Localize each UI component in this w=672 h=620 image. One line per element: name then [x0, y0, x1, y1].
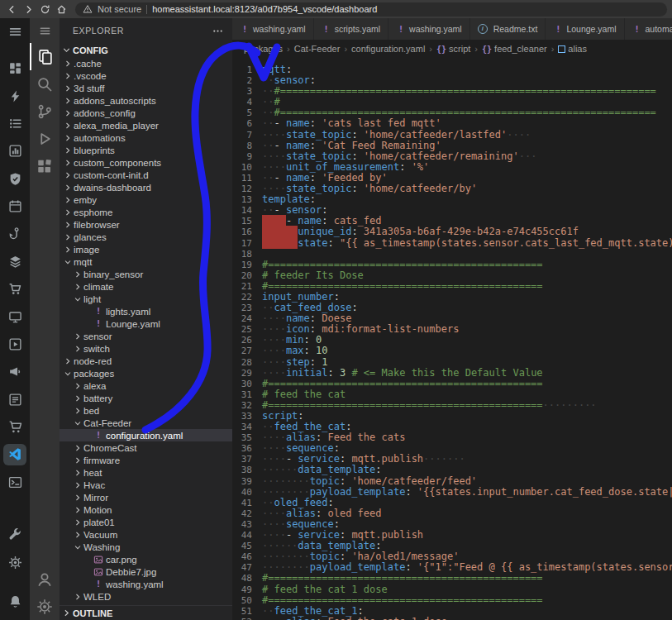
ha-sidebar-item-chart-box[interactable] — [4, 143, 26, 160]
tree-item-dwains-dashboard[interactable]: dwains-dashboard — [60, 181, 232, 193]
tab-washing.yaml[interactable]: !washing.yaml — [388, 18, 470, 40]
ha-sidebar-item-store-cart[interactable] — [4, 281, 26, 298]
home-button[interactable] — [55, 2, 69, 17]
tree-item-Vacuum[interactable]: Vacuum — [60, 528, 232, 541]
tree-item-node-red[interactable]: node-red — [60, 355, 232, 367]
tree-item-car.png[interactable]: car.png — [60, 553, 232, 565]
breadcrumb-item-Cat-Feeder[interactable]: Cat-Feeder — [294, 44, 341, 54]
config-section-header[interactable]: CONFIG — [60, 43, 232, 57]
tree-item-.vscode[interactable]: .vscode — [60, 69, 232, 82]
tree-item-Hvac[interactable]: Hvac — [60, 479, 232, 491]
activity-bar-item-debug[interactable] — [30, 125, 60, 152]
code-line[interactable]: 17······state: "{{ as_timestamp(states.s… — [232, 238, 672, 249]
tree-item-binary_sensor[interactable]: binary_sensor — [60, 268, 232, 280]
tree-item-label: lights.yaml — [106, 307, 150, 317]
ha-sidebar-item-view-dashboard[interactable] — [4, 60, 26, 77]
tree-item-Mirror[interactable]: Mirror — [60, 491, 232, 503]
more-actions-icon[interactable] — [212, 25, 224, 37]
tree-item-emby[interactable]: emby — [60, 193, 232, 206]
tree-item-Washing[interactable]: Washing — [60, 541, 232, 553]
ha-sidebar-item-shopping-cart[interactable] — [4, 419, 26, 436]
ha-sidebar-item-wrench[interactable] — [4, 527, 26, 543]
tree-item-addons_config[interactable]: addons_config — [60, 107, 232, 119]
ha-sidebar-item-layers[interactable] — [4, 253, 26, 269]
activity-bar-item-source-control[interactable] — [30, 98, 60, 125]
tree-item-addons_autoscripts[interactable]: addons_autoscripts — [60, 94, 232, 107]
tree-item-mqtt[interactable]: mqtt — [60, 255, 232, 268]
breadcrumb-item-script[interactable]: {}script — [436, 44, 470, 54]
tree-item-image[interactable]: image — [60, 243, 232, 255]
tree-item-Cat-Feeder[interactable]: Cat-Feeder — [60, 417, 232, 429]
tree-item-Debbie7.jpg[interactable]: Debbie7.jpg — [60, 565, 232, 578]
tree-item-heat[interactable]: heat — [60, 466, 232, 479]
breadcrumb-item-alias[interactable]: alias — [558, 44, 587, 54]
activity-bar-item-search[interactable] — [30, 70, 60, 98]
breadcrumb-item-feed_cleaner[interactable]: {}feed_cleaner — [482, 44, 547, 54]
tab-washing.yaml[interactable]: !washing.yaml — [232, 18, 314, 40]
tree-item-custom_components[interactable]: custom_components — [60, 156, 232, 169]
ha-sidebar-item-vscode[interactable] — [3, 444, 26, 465]
tree-item-battery[interactable]: battery — [60, 392, 232, 404]
tree-item-.cache[interactable]: .cache — [60, 57, 232, 69]
ha-sidebar-item-format-list[interactable] — [4, 115, 26, 131]
breadcrumb-item-packages[interactable]: packages — [244, 44, 283, 54]
tree-item-packages[interactable]: packages — [60, 367, 232, 379]
tree-item-configuration.yaml[interactable]: !configuration.yaml — [60, 429, 232, 441]
activity-bar-item-menu[interactable] — [30, 18, 60, 43]
ha-sidebar-item-calendar[interactable] — [4, 198, 26, 215]
tree-item-Motion[interactable]: Motion — [60, 503, 232, 516]
ha-sidebar-item-hook[interactable] — [4, 226, 26, 242]
ha-sidebar-item-bell[interactable] — [4, 593, 26, 609]
tree-item-3d stuff[interactable]: 3d stuff — [60, 82, 232, 94]
tab-label: washing.yaml — [253, 24, 306, 34]
tree-item-ChromeCast[interactable]: ChromeCast — [60, 441, 232, 454]
tree-item-alexa_media_player[interactable]: alexa_media_player — [60, 119, 232, 131]
tree-item-Lounge.yaml[interactable]: !Lounge.yaml — [60, 317, 232, 330]
tree-item-lights.yaml[interactable]: !lights.yaml — [60, 305, 232, 317]
yaml-file-icon: ! — [240, 24, 250, 35]
ha-sidebar-item-bullhorn[interactable] — [4, 364, 26, 380]
activity-bar-item-account[interactable] — [30, 565, 60, 593]
ha-sidebar-item-shield-check[interactable] — [4, 170, 26, 187]
tab-automations.yaml[interactable]: !automations.yaml — [625, 18, 672, 40]
back-button[interactable] — [5, 2, 19, 17]
tree-item-climate[interactable]: climate — [60, 280, 232, 293]
ha-sidebar-item-monitor[interactable] — [4, 308, 26, 325]
activity-bar-item-cog[interactable] — [30, 593, 60, 620]
code-line[interactable]: 52····alias: Feed the cats 1 dose — [232, 617, 672, 620]
ha-sidebar-item-lightning-bolt[interactable] — [4, 88, 26, 104]
ha-sidebar-item-play-box[interactable] — [4, 336, 26, 352]
tree-item-bed[interactable]: bed — [60, 404, 232, 417]
address-bar[interactable]: Not secure homeassistant.local:8123/a0d7… — [75, 2, 667, 17]
tree-item-firmware[interactable]: firmware — [60, 454, 232, 466]
tree-item-alexa[interactable]: alexa — [60, 379, 232, 392]
tree-item-blueprints[interactable]: blueprints — [60, 144, 232, 156]
tab-scripts.yaml[interactable]: !scripts.yaml — [314, 18, 388, 40]
code-line[interactable]: 3··#====================================… — [232, 86, 672, 97]
tree-item-esphome[interactable]: esphome — [60, 206, 232, 218]
ha-sidebar-item-cog[interactable] — [4, 554, 26, 570]
reload-button[interactable] — [38, 2, 52, 17]
code-editor[interactable]: 1mqtt:2··sensor:3··#====================… — [232, 58, 672, 620]
tree-item-plate01[interactable]: plate01 — [60, 516, 232, 528]
ha-sidebar-item-text-box[interactable] — [4, 391, 26, 408]
breadcrumb-item-configuration.yaml[interactable]: configuration.yaml — [351, 44, 425, 54]
tree-item-WLED[interactable]: WLED — [60, 590, 232, 603]
tree-item-custom-cont-init.d[interactable]: custom-cont-init.d — [60, 169, 232, 181]
forward-button[interactable] — [21, 2, 36, 17]
tree-item-automations[interactable]: automations — [60, 131, 232, 144]
activity-bar-item-extensions[interactable] — [30, 152, 60, 179]
tree-item-washing.yaml[interactable]: !washing.yaml — [60, 578, 232, 590]
tree-item-light[interactable]: light — [60, 293, 232, 305]
tab-Readme.txt[interactable]: iReadme.txt — [470, 18, 546, 40]
tree-item-filebrowser[interactable]: filebrowser — [60, 218, 232, 231]
tree-item-switch[interactable]: switch — [60, 342, 232, 355]
tree-item-glances[interactable]: glances — [60, 231, 232, 243]
ha-sidebar-item-terminal[interactable] — [4, 474, 26, 490]
ha-sidebar-item-menu[interactable] — [4, 23, 26, 40]
image-file-icon — [93, 567, 103, 577]
activity-bar-item-files[interactable] — [30, 43, 60, 70]
tree-item-sensor[interactable]: sensor — [60, 330, 232, 342]
tab-Lounge.yaml[interactable]: !Lounge.yaml — [546, 18, 624, 40]
outline-section-header[interactable]: OUTLINE — [60, 605, 232, 620]
